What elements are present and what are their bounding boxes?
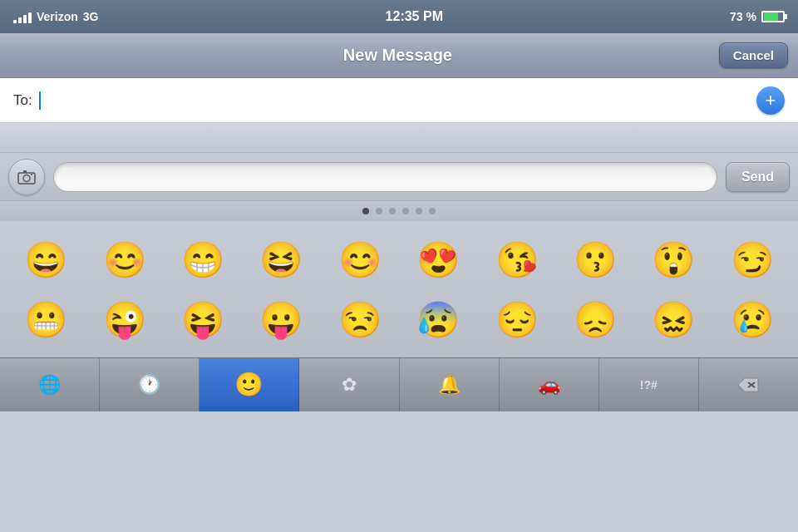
keyboard-bottom-bar: 🌐 🕐 🙂 ✿ 🔔 🚗 !?# xyxy=(0,357,798,411)
emoji-astonished[interactable]: 😲 xyxy=(638,231,709,288)
car-key[interactable]: 🚗 xyxy=(500,358,599,411)
emoji-sweat[interactable]: 😰 xyxy=(402,291,474,347)
svg-rect-2 xyxy=(23,170,27,173)
to-cursor xyxy=(39,91,41,110)
battery-fill xyxy=(764,12,778,21)
emoji-tongue[interactable]: 😛 xyxy=(245,291,317,347)
signal-bar-2 xyxy=(18,17,22,23)
emoji-grin[interactable]: 😁 xyxy=(167,231,239,288)
emoji-heart-eyes[interactable]: 😍 xyxy=(402,231,474,288)
emoji-row-2: 😬 😜 😝 😛 😒 😰 😔 😞 😖 😢 xyxy=(7,291,791,347)
page-dot-4 xyxy=(402,208,409,214)
emoji-smile[interactable]: 😊 xyxy=(89,231,160,288)
page-dots xyxy=(0,201,798,221)
battery-percentage: 73 % xyxy=(730,10,756,23)
page-dot-3 xyxy=(389,208,396,214)
network-label: 3G xyxy=(83,10,99,23)
to-field: To: + xyxy=(0,78,798,123)
send-button[interactable]: Send xyxy=(726,162,790,192)
signal-bar-4 xyxy=(28,12,32,23)
emoji-grinning[interactable]: 😄 xyxy=(10,231,81,288)
emoji-stuck-out-tongue[interactable]: 😝 xyxy=(167,291,239,347)
emoji-confounded[interactable]: 😖 xyxy=(638,291,709,347)
emoji-laughing[interactable]: 😆 xyxy=(245,231,317,288)
delete-key[interactable] xyxy=(699,358,798,411)
emoji-grimacing[interactable]: 😬 xyxy=(10,291,81,347)
emoji-wink-tongue[interactable]: 😜 xyxy=(89,291,160,347)
recent-key[interactable]: 🕐 xyxy=(100,358,200,411)
emoji-grid: 😄 😊 😁 😆 😊 😍 😘 😗 😲 😏 😬 😜 😝 😛 😒 😰 😔 😞 😖 😢 xyxy=(0,221,798,357)
battery-icon xyxy=(761,11,785,22)
signal-bars xyxy=(13,10,32,23)
page-dot-5 xyxy=(416,208,422,214)
message-bar: Send xyxy=(0,153,798,201)
svg-point-3 xyxy=(31,174,32,175)
emoji-pensive[interactable]: 😔 xyxy=(481,291,553,347)
nav-bar: New Message Cancel xyxy=(0,33,798,78)
signal-bar-3 xyxy=(23,15,27,23)
nav-title: New Message xyxy=(76,46,719,65)
status-bar: Verizon 3G 12:35 PM 73 % xyxy=(0,0,798,33)
emoji-cry[interactable]: 😢 xyxy=(717,291,788,347)
flower-key[interactable]: ✿ xyxy=(299,358,399,411)
delete-icon xyxy=(736,377,760,393)
message-input[interactable] xyxy=(53,162,717,192)
symbols-key[interactable]: !?# xyxy=(599,358,699,411)
emoji-key[interactable]: 🙂 xyxy=(200,358,299,411)
time-display: 12:35 PM xyxy=(386,9,443,24)
carrier-label: Verizon xyxy=(37,10,78,23)
status-right: 73 % xyxy=(730,10,785,23)
emoji-smirk[interactable]: 😏 xyxy=(717,231,788,288)
emoji-disappointed[interactable]: 😞 xyxy=(559,291,631,347)
emoji-row-1: 😄 😊 😁 😆 😊 😍 😘 😗 😲 😏 xyxy=(7,231,791,288)
emoji-relaxed[interactable]: 😊 xyxy=(324,231,396,288)
subject-area xyxy=(0,123,798,153)
svg-point-1 xyxy=(23,175,30,181)
page-dot-6 xyxy=(429,208,436,214)
bell-key[interactable]: 🔔 xyxy=(400,358,500,411)
add-recipient-button[interactable]: + xyxy=(756,86,785,115)
emoji-kissing-heart[interactable]: 😘 xyxy=(481,231,553,288)
status-left: Verizon 3G xyxy=(13,10,98,23)
camera-button[interactable] xyxy=(8,159,45,195)
to-label: To: xyxy=(13,92,32,109)
emoji-unamused[interactable]: 😒 xyxy=(324,291,396,347)
cancel-button[interactable]: Cancel xyxy=(719,42,788,68)
globe-key[interactable]: 🌐 xyxy=(0,358,100,411)
signal-bar-1 xyxy=(13,20,17,23)
camera-icon xyxy=(17,170,36,185)
emoji-kissing[interactable]: 😗 xyxy=(559,231,631,288)
page-dot-1 xyxy=(362,208,369,214)
page-dot-2 xyxy=(376,208,382,214)
